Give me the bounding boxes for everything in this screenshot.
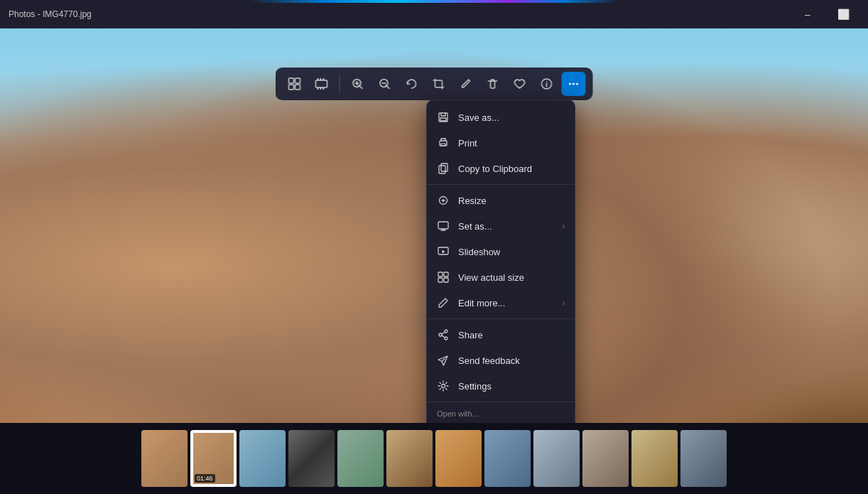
- edit-more-arrow: ›: [563, 299, 565, 307]
- svg-point-21: [569, 83, 571, 85]
- menu-item-copy[interactable]: Copy to Clipboard: [427, 156, 575, 181]
- minimize-button[interactable]: –: [791, 3, 824, 26]
- send-feedback-icon: [437, 354, 450, 367]
- svg-line-42: [442, 359, 445, 362]
- timestamp-badge: 01:46: [195, 474, 215, 483]
- menu-item-picsart[interactable]: P PicsArt: [427, 419, 575, 423]
- save-as-label: Save as...: [458, 112, 565, 123]
- set-as-arrow: ›: [563, 222, 565, 230]
- view-actual-label: View actual size: [458, 272, 565, 283]
- thumbnail-10[interactable]: [582, 430, 629, 487]
- thumbnail-strip: 01:46: [0, 423, 868, 494]
- svg-rect-27: [441, 144, 445, 146]
- svg-point-38: [445, 337, 447, 340]
- thumbnail-3[interactable]: [239, 430, 286, 487]
- menu-item-send-feedback[interactable]: Send feedback: [427, 348, 575, 373]
- svg-rect-10: [323, 87, 325, 90]
- thumbnail-9[interactable]: [533, 430, 580, 487]
- zoom-in-button[interactable]: [346, 72, 370, 96]
- share-label: Share: [458, 330, 565, 340]
- svg-rect-35: [438, 278, 443, 282]
- set-as-label: Set as...: [458, 221, 554, 232]
- svg-line-40: [442, 332, 445, 334]
- svg-rect-8: [318, 87, 319, 90]
- print-label: Print: [458, 138, 565, 149]
- title-bar: Photos - IMG4770.jpg – ⬜: [0, 0, 868, 28]
- edit-button[interactable]: [454, 72, 478, 96]
- menu-divider-3: [427, 402, 575, 402]
- menu-item-resize[interactable]: Resize: [427, 188, 575, 213]
- svg-line-41: [442, 335, 445, 338]
- thumbnail-5[interactable]: [337, 430, 384, 487]
- copy-icon: [437, 162, 450, 175]
- thumbnail-2[interactable]: 01:46: [190, 430, 237, 487]
- thumbnail-6[interactable]: [386, 430, 433, 487]
- zoom-out-button[interactable]: [373, 72, 397, 96]
- print-icon: [437, 136, 450, 149]
- svg-point-37: [445, 330, 447, 333]
- info-button[interactable]: [535, 72, 559, 96]
- main-image-area: Save as... Print Copy to Clipboard Resiz…: [0, 28, 868, 423]
- menu-item-slideshow[interactable]: Slideshow: [427, 239, 575, 264]
- thumbnail-7[interactable]: [435, 430, 482, 487]
- context-menu: Save as... Print Copy to Clipboard Resiz…: [426, 100, 575, 423]
- resize-label: Resize: [458, 195, 565, 206]
- svg-rect-3: [295, 85, 300, 90]
- svg-rect-36: [444, 278, 448, 282]
- slideshow-label: Slideshow: [458, 247, 565, 257]
- thumbnail-12[interactable]: [680, 430, 727, 487]
- svg-rect-29: [439, 166, 445, 173]
- svg-rect-33: [438, 272, 443, 276]
- open-with-label: Open with...: [427, 405, 575, 419]
- crop-button[interactable]: [427, 72, 451, 96]
- svg-point-22: [573, 83, 575, 85]
- rotate-button[interactable]: [400, 72, 424, 96]
- menu-item-edit-more[interactable]: Edit more... ›: [427, 290, 575, 316]
- thumbnail-4[interactable]: [288, 430, 335, 487]
- svg-rect-25: [440, 118, 446, 121]
- copy-label: Copy to Clipboard: [458, 163, 565, 174]
- delete-button[interactable]: [481, 72, 505, 96]
- svg-rect-1: [295, 78, 300, 83]
- svg-rect-34: [444, 272, 448, 276]
- thumbnail-11[interactable]: [631, 430, 678, 487]
- menu-divider-2: [427, 318, 575, 319]
- share-icon: [437, 328, 450, 341]
- gallery-view-button[interactable]: [283, 72, 307, 96]
- favorite-button[interactable]: [508, 72, 532, 96]
- thumbnail-1[interactable]: [141, 430, 188, 487]
- menu-item-view-actual[interactable]: View actual size: [427, 264, 575, 290]
- menu-divider-1: [427, 184, 575, 185]
- title-bar-right: – ⬜: [791, 3, 859, 26]
- toolbar: [276, 68, 593, 100]
- svg-rect-2: [289, 85, 294, 90]
- toolbar-divider-1: [340, 75, 340, 92]
- menu-item-print[interactable]: Print: [427, 130, 575, 156]
- svg-rect-31: [438, 222, 448, 229]
- svg-rect-9: [320, 87, 322, 90]
- menu-item-settings[interactable]: Settings: [427, 373, 575, 399]
- title-bar-left: Photos - IMG4770.jpg: [9, 9, 92, 19]
- menu-item-set-as[interactable]: Set as... ›: [427, 213, 575, 239]
- svg-rect-28: [441, 163, 447, 171]
- svg-rect-4: [316, 80, 327, 87]
- send-feedback-label: Send feedback: [458, 355, 565, 366]
- win11-accent-bar: [249, 0, 619, 3]
- edit-more-icon: [437, 296, 450, 309]
- svg-rect-6: [320, 78, 322, 80]
- filmstrip-button[interactable]: [310, 72, 334, 96]
- settings-label: Settings: [458, 381, 565, 392]
- more-button[interactable]: [562, 72, 586, 96]
- svg-rect-5: [318, 78, 319, 80]
- thumbnail-8[interactable]: [484, 430, 531, 487]
- save-as-icon: [437, 111, 450, 124]
- slideshow-icon: [437, 245, 450, 258]
- menu-item-share[interactable]: Share: [427, 322, 575, 348]
- maximize-button[interactable]: ⬜: [827, 3, 859, 26]
- menu-item-save-as[interactable]: Save as...: [427, 104, 575, 130]
- edit-more-label: Edit more...: [458, 298, 554, 308]
- app-title: Photos - IMG4770.jpg: [9, 9, 92, 19]
- set-as-icon: [437, 220, 450, 232]
- svg-point-20: [546, 81, 548, 82]
- view-actual-icon: [437, 271, 450, 284]
